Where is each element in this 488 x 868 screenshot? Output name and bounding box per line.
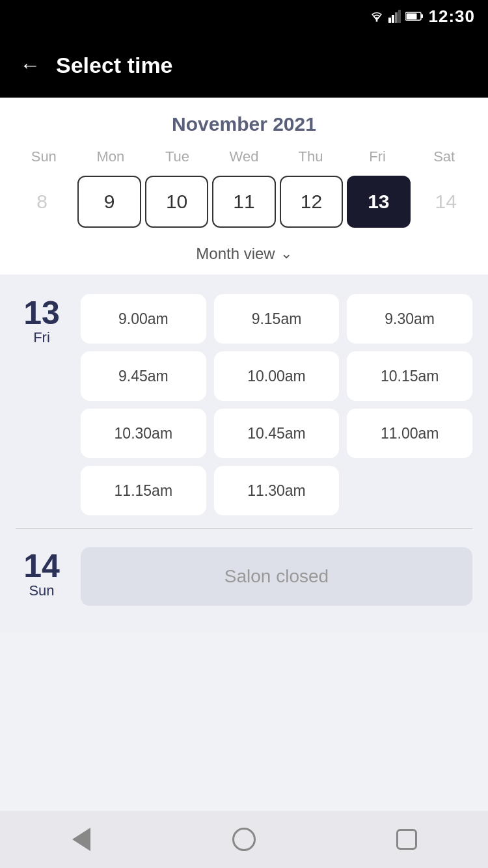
svg-rect-2 <box>392 15 394 23</box>
section-divider <box>16 528 472 529</box>
svg-rect-4 <box>398 10 401 23</box>
weekday-wed: Wed <box>211 146 278 168</box>
recent-nav-button[interactable] <box>390 823 423 856</box>
timeslots-section: 13 Fri 9.00am9.15am9.30am9.45am10.00am10… <box>0 275 488 632</box>
time-grid-13: 9.00am9.15am9.30am9.45am10.00am10.15am10… <box>81 294 472 515</box>
weekday-sun: Sun <box>10 146 77 168</box>
cal-day-10[interactable]: 10 <box>145 176 208 228</box>
day-number-14: 14 <box>23 550 60 582</box>
wifi-icon <box>369 10 385 22</box>
weekday-tue: Tue <box>144 146 211 168</box>
time-slot-1130am[interactable]: 11.30am <box>214 466 340 515</box>
time-slot-1045am[interactable]: 10.45am <box>214 409 340 458</box>
weekday-labels: Sun Mon Tue Wed Thu Fri Sat <box>10 146 478 168</box>
cal-day-12[interactable]: 12 <box>280 176 343 228</box>
salon-closed-box: Salon closed <box>81 547 472 606</box>
battery-icon <box>405 11 424 21</box>
cal-day-13[interactable]: 13 <box>347 176 410 228</box>
day-name-13: Fri <box>33 329 50 346</box>
svg-rect-7 <box>406 14 416 20</box>
back-nav-button[interactable] <box>65 823 98 856</box>
status-bar: 12:30 <box>0 0 488 33</box>
time-slot-930am[interactable]: 9.30am <box>347 294 472 344</box>
back-nav-icon <box>72 828 90 851</box>
weekday-fri: Fri <box>344 146 411 168</box>
weekday-thu: Thu <box>277 146 344 168</box>
day-label-13: 13 Fri <box>16 294 68 515</box>
back-arrow-icon: ← <box>20 53 40 77</box>
cal-day-11[interactable]: 11 <box>212 176 275 228</box>
salon-closed-label: Salon closed <box>224 566 329 587</box>
app-header: ← Select time <box>0 33 488 98</box>
month-year-label: November 2021 <box>10 113 478 135</box>
back-button[interactable]: ← <box>20 53 40 77</box>
recent-nav-icon <box>396 829 417 850</box>
time-slot-945am[interactable]: 9.45am <box>81 351 206 401</box>
cal-day-9[interactable]: 9 <box>77 176 141 228</box>
chevron-down-icon: ⌄ <box>280 245 292 262</box>
page-title: Select time <box>56 53 173 78</box>
weekday-sat: Sat <box>411 146 478 168</box>
status-time: 12:30 <box>429 7 476 27</box>
time-slot-1000am[interactable]: 10.00am <box>214 351 340 401</box>
closed-block-14: 14 Sun Salon closed <box>16 547 472 606</box>
home-nav-icon <box>232 828 256 851</box>
home-nav-button[interactable] <box>228 823 260 856</box>
bottom-nav <box>0 811 488 868</box>
day-name-14: Sun <box>29 582 54 599</box>
time-slot-1015am[interactable]: 10.15am <box>347 351 472 401</box>
time-slot-915am[interactable]: 9.15am <box>214 294 340 344</box>
day-block-13: 13 Fri 9.00am9.15am9.30am9.45am10.00am10… <box>16 294 472 515</box>
cal-day-8: 8 <box>10 176 74 228</box>
svg-point-0 <box>375 20 377 22</box>
svg-rect-3 <box>395 12 398 23</box>
weekday-mon: Mon <box>77 146 144 168</box>
time-slot-1100am[interactable]: 11.00am <box>347 409 472 458</box>
status-icons <box>369 10 424 23</box>
calendar-week-row: 891011121314 <box>10 176 478 236</box>
svg-rect-1 <box>388 18 391 23</box>
month-view-toggle[interactable]: Month view ⌄ <box>10 236 478 275</box>
svg-rect-6 <box>421 14 423 18</box>
day-label-14: 14 Sun <box>16 547 68 606</box>
time-slot-1115am[interactable]: 11.15am <box>81 466 206 515</box>
day-number-13: 13 <box>23 297 60 329</box>
month-view-label: Month view <box>196 245 275 263</box>
time-slot-900am[interactable]: 9.00am <box>81 294 206 344</box>
time-slot-1030am[interactable]: 10.30am <box>81 409 206 458</box>
calendar-section: November 2021 Sun Mon Tue Wed Thu Fri Sa… <box>0 98 488 275</box>
signal-icon <box>388 10 401 23</box>
cal-day-14: 14 <box>414 176 478 228</box>
